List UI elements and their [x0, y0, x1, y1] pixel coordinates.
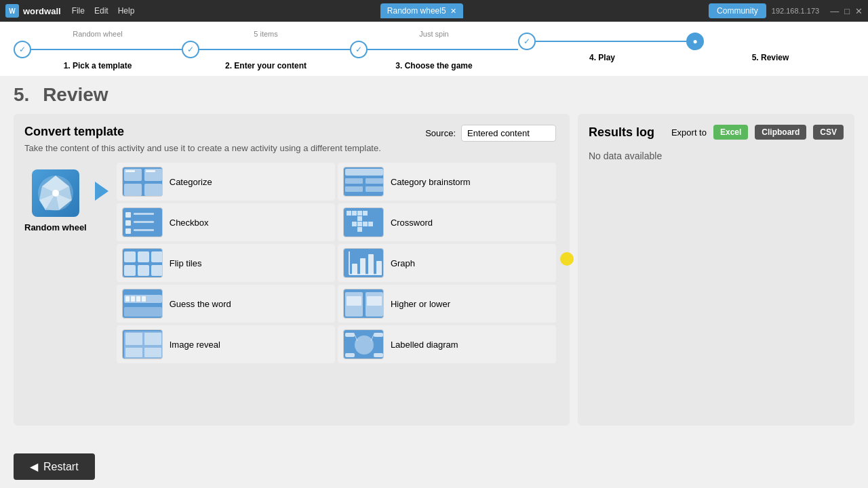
svg-rect-60 [374, 353, 383, 357]
higher-lower-icon [344, 289, 384, 319]
results-header: Results log Export to Excel Clipboard CS… [589, 125, 844, 140]
titlebar-right: Community 192.168.1.173 — □ ✕ [709, 3, 863, 18]
svg-rect-27 [368, 222, 373, 226]
svg-rect-33 [138, 265, 149, 276]
svg-rect-14 [134, 213, 154, 215]
step-4[interactable]: ✓ 4. Play [518, 30, 686, 62]
steps-bar: Random wheel ✓ 1. Pick a template 5 item… [0, 22, 868, 76]
minimize-icon[interactable]: — [830, 6, 839, 16]
template-item-graph[interactable]: Graph [338, 244, 556, 282]
community-button[interactable]: Community [709, 3, 766, 18]
step-1-circle: ✓ [14, 41, 31, 58]
template-item-checkbox[interactable]: Checkbox [117, 203, 335, 241]
current-template: Random wheel [24, 163, 87, 393]
svg-rect-32 [124, 265, 136, 276]
menu-help[interactable]: Help [118, 6, 135, 16]
svg-rect-57 [345, 333, 355, 337]
menu-file[interactable]: File [72, 6, 85, 16]
svg-rect-16 [134, 221, 154, 223]
close-icon[interactable]: ✕ [855, 6, 863, 16]
svg-rect-13 [125, 212, 131, 218]
svg-rect-44 [136, 296, 140, 302]
export-excel-button[interactable]: Excel [713, 125, 748, 140]
source-row: Source: Entered content [425, 125, 556, 142]
svg-line-62 [371, 335, 374, 341]
svg-rect-9 [345, 178, 363, 184]
svg-rect-54 [125, 348, 142, 357]
step-2-circle: ✓ [182, 41, 199, 58]
step-1[interactable]: Random wheel ✓ 1. Pick a template [14, 30, 182, 70]
svg-rect-39 [368, 254, 374, 274]
template-name-crossword: Crossword [391, 218, 433, 228]
window-controls: — □ ✕ [830, 6, 863, 16]
step-3[interactable]: Just spin ✓ 3. Choose the game [350, 30, 518, 70]
step-2[interactable]: 5 items ✓ 2. Enter your content [182, 30, 350, 70]
svg-rect-28 [357, 227, 362, 232]
step-4-circle: ✓ [518, 33, 536, 50]
template-item-higher-or-lower[interactable]: Higher or lower [338, 285, 556, 323]
step-3-label: 3. Choose the game [395, 61, 472, 70]
template-name-image-reveal: Image reveal [170, 340, 220, 350]
template-thumb-higher [343, 289, 384, 319]
svg-line-61 [355, 335, 357, 341]
step-3-circle: ✓ [350, 41, 368, 58]
template-item-guess-the-word[interactable]: Guess the word [117, 285, 335, 323]
results-title: Results log [589, 125, 654, 140]
template-item-labelled-diagram[interactable]: Labelled diagram [338, 325, 556, 363]
current-template-name: Random wheel [24, 222, 87, 232]
template-item-crossword[interactable]: Crossword [338, 203, 556, 241]
convert-arrow [95, 182, 108, 201]
svg-rect-52 [125, 333, 142, 345]
step-5[interactable]: ● 5. Review [686, 30, 854, 62]
template-item-category-brainstorm[interactable]: Category brainstorm [338, 163, 556, 201]
template-name-higher-or-lower: Higher or lower [391, 299, 450, 309]
svg-rect-17 [125, 228, 131, 234]
svg-rect-30 [138, 251, 149, 262]
menu-edit[interactable]: Edit [94, 6, 108, 16]
template-name-flip-tiles: Flip tiles [170, 258, 202, 268]
svg-rect-59 [345, 353, 355, 357]
svg-rect-5 [144, 184, 162, 196]
template-item-image-reveal[interactable]: Image reveal [117, 325, 335, 363]
svg-rect-29 [124, 251, 136, 262]
svg-rect-31 [151, 251, 163, 262]
step-1-label: 1. Pick a template [64, 61, 132, 70]
svg-rect-34 [151, 265, 163, 276]
tab-label: Random wheel5 [387, 6, 446, 16]
svg-rect-22 [363, 211, 368, 216]
svg-rect-38 [360, 258, 366, 274]
svg-rect-19 [347, 211, 351, 216]
current-template-icon [32, 169, 79, 217]
restart-bar: ◀ Restart [0, 445, 868, 488]
template-item-flip-tiles[interactable]: Flip tiles [117, 244, 335, 282]
export-csv-button[interactable]: CSV [813, 125, 844, 140]
step-3-line [368, 49, 518, 50]
export-clipboard-button[interactable]: Clipboard [755, 125, 806, 140]
svg-rect-15 [125, 220, 131, 226]
categorize-icon [123, 167, 163, 197]
svg-rect-37 [352, 264, 357, 274]
template-name-graph: Graph [391, 258, 415, 268]
template-item-categorize[interactable]: Categorize [117, 163, 335, 201]
flip-tiles-icon [123, 249, 163, 278]
template-thumb-crossword [343, 207, 384, 237]
step-3-top-label: Just spin [419, 30, 448, 38]
active-tab[interactable]: Random wheel5 ✕ [380, 3, 463, 18]
restart-button[interactable]: ◀ Restart [14, 453, 95, 480]
step-2-label: 2. Enter your content [225, 61, 307, 70]
logo-icon: W [5, 4, 19, 18]
svg-rect-40 [376, 261, 382, 274]
close-tab-icon[interactable]: ✕ [450, 7, 456, 16]
svg-rect-46 [124, 307, 162, 317]
app-logo[interactable]: W wordwall [5, 4, 61, 18]
checkbox-icon [123, 208, 163, 237]
export-label: Export to [671, 127, 707, 138]
svg-rect-25 [352, 222, 357, 226]
step-1-top-label: Random wheel [73, 30, 122, 38]
svg-rect-42 [125, 296, 130, 302]
menu-bar: File Edit Help [72, 6, 135, 16]
restart-label: Restart [43, 461, 79, 473]
svg-rect-45 [142, 296, 146, 302]
maximize-icon[interactable]: □ [844, 6, 850, 16]
source-select[interactable]: Entered content [461, 125, 556, 142]
